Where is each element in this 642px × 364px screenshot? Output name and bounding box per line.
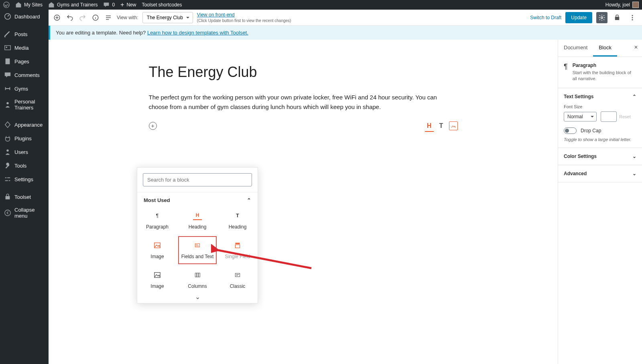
howdy-link[interactable]: Howdy, joel	[605, 2, 639, 8]
shortcodes-link[interactable]: Toolset shortcodes	[142, 2, 182, 8]
my-sites-link[interactable]: My Sites	[15, 2, 43, 8]
new-link[interactable]: +New	[120, 1, 136, 8]
avatar	[632, 2, 639, 8]
comments-link[interactable]: 0	[103, 2, 115, 8]
wp-logo[interactable]	[3, 2, 10, 8]
site-name-link[interactable]: Gyms and Trainers	[48, 2, 98, 8]
